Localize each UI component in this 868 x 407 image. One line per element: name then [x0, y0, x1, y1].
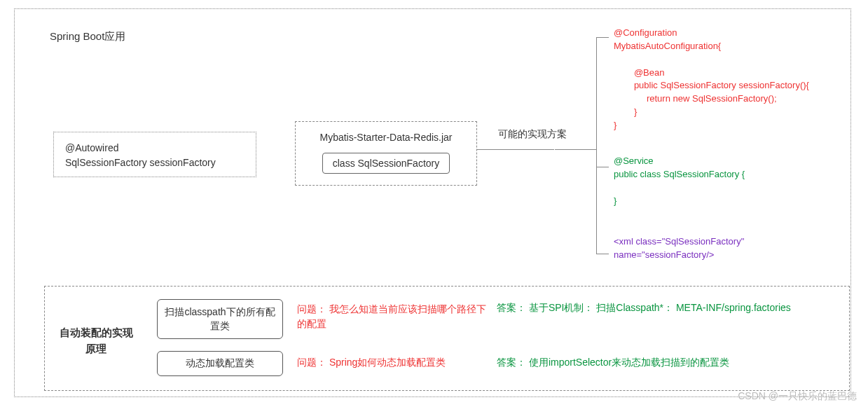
- q2-text: Spring如何动态加载配置类: [329, 357, 446, 368]
- jar-inner-class: class SqlSessionFactory: [322, 153, 450, 174]
- autowired-line2: SqlSessionFactory sessionFactory: [65, 156, 244, 170]
- q1-label: 问题：: [297, 303, 326, 315]
- bottom-title: 自动装配的实现原理: [57, 325, 135, 357]
- impl-xml: <xml class="SqlSessionFactory" name="ses…: [614, 235, 744, 262]
- impl-config: @Configuration MybatisAutoConfiguration{…: [614, 27, 809, 132]
- a2-label: 答案：: [497, 357, 526, 368]
- watermark: CSDN @一只快乐的蓝巴德: [738, 390, 857, 403]
- row2-question: 问题： Spring如何动态加载配置类: [297, 357, 446, 369]
- connector-line: [477, 149, 554, 150]
- outer-container: Spring Boot应用 @Autowired SqlSessionFacto…: [14, 8, 851, 397]
- btn-dynamic-load: 动态加载配置类: [157, 351, 283, 376]
- possible-label: 可能的实现方案: [498, 128, 567, 141]
- row1-question: 问题： 我怎么知道当前应该扫描哪个路径下的配置: [297, 302, 486, 331]
- row1-answer: 答案： 基于SPI机制： 扫描Classpath*： META-INF/spri…: [497, 302, 791, 315]
- a1-text: 基于SPI机制： 扫描Classpath*： META-INF/spring.f…: [529, 302, 791, 313]
- a2-text: 使用importSelector来动态加载扫描到的配置类: [529, 357, 729, 368]
- app-title: Spring Boot应用: [50, 30, 125, 43]
- impl-service: @Service public class SqlSessionFactory …: [614, 155, 745, 207]
- row2-answer: 答案： 使用importSelector来动态加载扫描到的配置类: [497, 357, 729, 369]
- bracket: [596, 37, 609, 254]
- bottom-section: 自动装配的实现原理 扫描classpath下的所有配置类 动态加载配置类 问题：…: [44, 286, 850, 391]
- q2-label: 问题：: [297, 357, 326, 368]
- autowired-box: @Autowired SqlSessionFactory sessionFact…: [53, 132, 256, 177]
- autowired-line1: @Autowired: [65, 141, 244, 156]
- jar-title: Mybatis-Starter-Data-Redis.jar: [301, 132, 471, 143]
- bracket-tick: [596, 167, 609, 167]
- jar-box: Mybatis-Starter-Data-Redis.jar class Sql…: [295, 121, 477, 186]
- a1-label: 答案：: [497, 302, 526, 313]
- btn-scan-classpath: 扫描classpath下的所有配置类: [157, 299, 283, 339]
